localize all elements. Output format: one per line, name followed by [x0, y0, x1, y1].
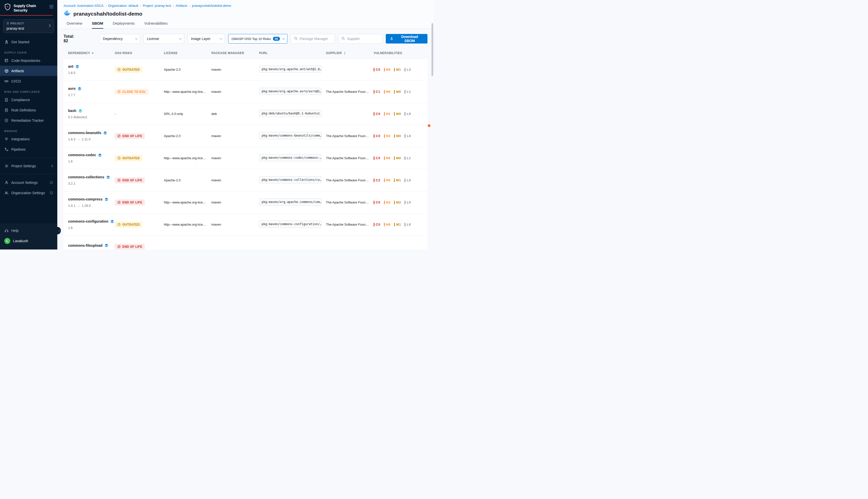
section-supply-chain: SUPPLY CHAIN — [4, 51, 57, 54]
dependency-name: bash — [68, 109, 76, 113]
table-row[interactable]: commons-collections 3.2.1 END OF LIFE Ap… — [64, 169, 427, 191]
oss-risk-cell: OUTDATED — [115, 66, 164, 73]
table-row[interactable]: bash 5.1-6ubuntu1 - GPL-3.0-only deb pkg… — [64, 103, 427, 125]
sidebar-item-help[interactable]: Help — [0, 226, 57, 236]
sidebar-item-project-settings[interactable]: Project Settings — [0, 161, 57, 171]
sidebar-item-integrations[interactable]: Integrations — [0, 134, 57, 144]
owasp-risks-filter-dropdown[interactable]: OWASP OSS Top 10 Risks 02 — [228, 34, 288, 44]
image-layer-filter-dropdown[interactable]: Image Layer — [188, 34, 225, 44]
sidebar-item-cicd[interactable]: CI/CD — [0, 76, 57, 86]
download-sbom-button[interactable]: Download SBOM — [386, 34, 427, 44]
package-manager: maven — [211, 90, 259, 94]
vulnerability-pill: C1 — [374, 90, 380, 94]
sidebar-item-artifacts[interactable]: Artifacts — [0, 66, 57, 76]
vulnerability-counts: C0H1M0L0 — [374, 112, 427, 116]
risk-icon — [117, 68, 121, 71]
col-purl: PURL — [259, 51, 326, 55]
dependency-cell: commons-collections 3.2.1 — [68, 175, 115, 185]
project-selector[interactable]: PROJECT pranay-test — [3, 20, 54, 33]
sidebar-item-rule-definitions[interactable]: Rule Definitions — [0, 105, 57, 115]
risk-badge: CLOSE TO EOL — [115, 89, 149, 95]
tab-overview[interactable]: Overview — [66, 21, 83, 29]
user-menu[interactable]: L Lavakush — [0, 236, 57, 246]
tab-vulnerabilities[interactable]: Vulnerabilities — [144, 21, 168, 29]
vulnerability-pill: C2 — [374, 178, 380, 182]
col-license: LICENSE — [164, 51, 211, 55]
chevron-down-icon — [179, 37, 181, 39]
risk-icon — [117, 201, 121, 204]
vulnerability-pill: H0 — [384, 68, 391, 71]
col-supplier[interactable]: SUPPLIER — [326, 51, 374, 55]
supplier: The Apache Software Foun… — [326, 134, 374, 138]
supplier-search-input[interactable] — [347, 37, 379, 41]
breadcrumb-organization[interactable]: Organization: default — [108, 4, 138, 8]
pipeline-icon — [4, 147, 9, 151]
sidebar-item-remediation-tracker[interactable]: Remediation Tracker — [0, 115, 57, 125]
vertical-scrollbar[interactable] — [431, 23, 433, 76]
risk-icon — [117, 223, 121, 226]
vulnerability-counts: C0H0M1L2 — [374, 68, 427, 71]
risk-icon — [117, 134, 121, 137]
notification-dot[interactable] — [427, 124, 431, 127]
license: http---www.apache.org-lice… — [164, 222, 211, 226]
table-row[interactable]: ant 1.6.5 OUTDATED Apache-2.0 maven pkg:… — [64, 59, 427, 81]
breadcrumb-account[interactable]: Account: Automation-SSCA — [64, 4, 103, 8]
vulnerability-pill: M1 — [394, 222, 401, 226]
sidebar-item-label: Pipelines — [11, 147, 26, 151]
purl-chip: pkg:maven/commons-codec/commons-… — [259, 154, 322, 161]
table-row[interactable]: commons-codec 1.6 OUTDATED http---www.ap… — [64, 147, 427, 169]
sidebar-item-label: Help — [11, 229, 18, 233]
sidebar-footer: Help L Lavakush — [0, 223, 57, 250]
oss-risk-cell: END OF LIFE — [115, 177, 164, 183]
breadcrumb-artifacts[interactable]: Artifacts — [176, 4, 188, 8]
dependency-name: commons-configuration — [68, 219, 108, 223]
sidebar-item-pipelines[interactable]: Pipelines — [0, 144, 57, 155]
layers-icon — [110, 220, 114, 223]
bookmark-icon — [7, 22, 9, 25]
col-dependency[interactable]: DEPENDENCY — [68, 51, 115, 55]
license: Apache-2.0 — [164, 178, 211, 182]
vulnerability-pill: H2 — [384, 200, 391, 204]
tab-deployments[interactable]: Deployments — [113, 21, 135, 29]
module-accent-bar — [0, 15, 53, 16]
purl-chip: pkg:deb/ubuntu/bash@5.1-6ubuntu1 — [259, 110, 322, 117]
sbom-table: DEPENDENCY OSS RISKS LICENSE PACKAGE MAN… — [64, 48, 427, 250]
dependency-cell: commons-compress 1.4.1 → 1.28.0 — [68, 197, 115, 207]
table-row[interactable]: avro 1.7.7 CLOSE TO EOL http---www.apach… — [64, 81, 427, 103]
package-manager-search-input[interactable] — [300, 37, 332, 41]
vulnerability-pill: L1 — [405, 90, 411, 94]
chevron-separator-icon: › — [189, 4, 190, 8]
divider — [0, 174, 57, 174]
module-grid-icon[interactable] — [50, 5, 53, 10]
sidebar-item-label: Account Settings — [11, 181, 38, 185]
chevron-right-icon — [51, 165, 53, 168]
layers-icon — [78, 109, 82, 113]
sidebar-item-label: Compliance — [11, 98, 30, 102]
sort-caret-icon — [91, 52, 94, 54]
table-row[interactable]: commons-beanutils 1.8.3 → 1.11.0 END OF … — [64, 125, 427, 147]
sidebar-item-account-settings[interactable]: Account Settings — [0, 177, 57, 187]
package-manager: maven — [211, 200, 259, 204]
breadcrumb-current[interactable]: pranaycshah/todolist-demo — [192, 4, 231, 8]
tab-sbom[interactable]: SBOM — [92, 21, 103, 29]
table-row[interactable]: commons-configuration 1.6 OUTDATED http-… — [64, 214, 427, 236]
purl-cell: pkg:maven/commons-configuration/… — [259, 221, 326, 228]
sidebar-item-organization-settings[interactable]: Organization Settings — [0, 187, 57, 198]
cube-icon — [4, 69, 9, 73]
table-row[interactable]: commons-compress 1.4.1 → 1.28.0 END OF L… — [64, 191, 427, 214]
dependency-name: commons-collections — [68, 175, 104, 179]
layers-icon — [103, 131, 107, 135]
sidebar-item-label: Remediation Tracker — [11, 119, 44, 122]
owasp-count-badge: 02 — [273, 37, 280, 41]
table-row[interactable]: commons-fileupload END OF LIFE — [64, 236, 427, 250]
sidebar-item-get-started[interactable]: Get Started — [0, 37, 57, 47]
col-oss-risks: OSS RISKS — [115, 51, 164, 55]
sidebar-item-code-repositories[interactable]: Code Repositories — [0, 55, 57, 66]
dependency-filter-dropdown[interactable]: Dependency — [99, 34, 140, 44]
license-filter-dropdown[interactable]: License — [143, 34, 184, 44]
breadcrumb-project[interactable]: Project: pranay-test — [143, 4, 171, 8]
sidebar-item-compliance[interactable]: Compliance — [0, 95, 57, 105]
risk-icon — [117, 156, 121, 160]
layers-icon — [106, 175, 110, 179]
headset-icon — [4, 229, 9, 232]
